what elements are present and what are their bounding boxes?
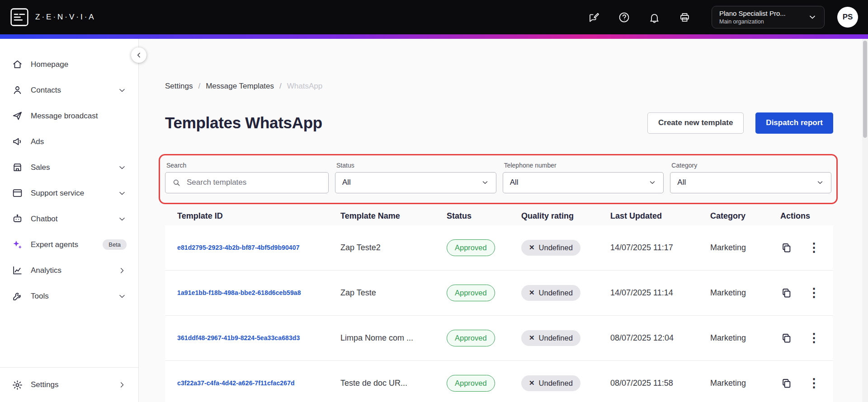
quality-badge: ✕ Undefined xyxy=(521,285,580,301)
status-select[interactable]: All xyxy=(335,172,496,193)
telephone-filter: Telephone number All xyxy=(503,162,664,193)
sidebar-item-tools[interactable]: Tools xyxy=(0,283,138,309)
sidebar-item-support-service[interactable]: Support service xyxy=(0,180,138,206)
sidebar-item-message-broadcast[interactable]: Message broadcast xyxy=(0,103,138,129)
sidebar-collapse-button[interactable] xyxy=(131,47,146,63)
kebab-menu-icon[interactable]: ⋮ xyxy=(806,332,822,344)
sidebar-item-homepage[interactable]: Homepage xyxy=(0,51,138,77)
category-select-value: All xyxy=(677,178,686,187)
status-badge: Approved xyxy=(447,239,495,256)
avatar[interactable]: PS xyxy=(837,7,858,28)
line-chart-icon xyxy=(12,265,23,276)
header-template-name: Template Name xyxy=(340,211,447,221)
sidebar-item-ads[interactable]: Ads xyxy=(0,129,138,154)
sidebar: Homepage Contacts Message broadcast Ads … xyxy=(0,39,139,402)
sidebar-item-label: Message broadcast xyxy=(31,112,98,121)
category-value: Marketing xyxy=(710,243,746,252)
chevron-down-icon xyxy=(816,178,824,187)
copy-icon[interactable] xyxy=(780,332,793,344)
brand-gradient-strip xyxy=(0,34,868,39)
table-row: 361ddf48-2967-41b9-8224-5ea33ca683d3 Lim… xyxy=(165,316,833,361)
scrollbar-thumb[interactable] xyxy=(863,41,867,138)
sidebar-item-label: Homepage xyxy=(31,60,68,69)
template-name: Zap Teste2 xyxy=(340,243,381,252)
create-new-template-button[interactable]: Create new template xyxy=(647,112,744,134)
telephone-select[interactable]: All xyxy=(503,172,664,193)
kebab-menu-icon[interactable]: ⋮ xyxy=(806,242,822,254)
category-select[interactable]: All xyxy=(670,172,831,193)
template-id-link[interactable]: e81d2795-2923-4b2b-bf87-4bf5d9b90407 xyxy=(177,244,300,251)
category-filter: Category All xyxy=(670,162,831,193)
search-label: Search xyxy=(166,162,329,169)
printer-icon[interactable] xyxy=(679,11,691,23)
robot-icon xyxy=(12,213,23,224)
status-badge: Approved xyxy=(447,330,495,346)
status-label: Status xyxy=(336,162,496,169)
chevron-down-icon xyxy=(118,189,127,198)
header-actions: Actions xyxy=(777,211,833,221)
avatar-initials: PS xyxy=(843,13,853,22)
status-select-value: All xyxy=(342,178,351,187)
help-icon[interactable] xyxy=(618,11,630,23)
chevron-down-icon xyxy=(481,178,489,187)
dispatch-report-button[interactable]: Dispatch report xyxy=(755,112,833,134)
sidebar-item-analytics[interactable]: Analytics xyxy=(0,257,138,283)
sidebar-footer: Settings xyxy=(0,367,138,402)
template-id-link[interactable]: 361ddf48-2967-41b9-8224-5ea33ca683d3 xyxy=(177,334,300,341)
chevron-right-icon xyxy=(118,380,127,389)
organization-selector[interactable]: Plano Specialist Pro... Main organizatio… xyxy=(712,6,825,28)
topbar: Z·E·N·V·I·A Plano Specialist Pro... Main… xyxy=(0,0,868,34)
sidebar-item-chatbot[interactable]: Chatbot xyxy=(0,206,138,232)
quality-badge-label: Undefined xyxy=(539,243,573,252)
quality-badge-label: Undefined xyxy=(539,289,573,297)
template-id-link[interactable]: c3f22a37-c4fa-4d42-a626-7f11cfac267d xyxy=(177,379,295,387)
breadcrumb-settings[interactable]: Settings xyxy=(165,82,193,91)
copy-icon[interactable] xyxy=(780,287,793,299)
notifications-bell-icon[interactable] xyxy=(648,11,660,23)
chevron-down-icon xyxy=(118,163,127,172)
breadcrumb: Settings / Message Templates / WhatsApp xyxy=(165,82,833,91)
organization-subtitle: Main organization xyxy=(719,19,786,25)
brand-text: Z·E·N·V·I·A xyxy=(35,13,96,22)
last-updated: 08/07/2025 12:04 xyxy=(610,333,674,342)
close-icon: ✕ xyxy=(529,289,535,297)
zenvia-logo[interactable]: Z·E·N·V·I·A xyxy=(10,8,96,27)
sidebar-item-contacts[interactable]: Contacts xyxy=(0,77,138,103)
copy-icon[interactable] xyxy=(780,377,793,389)
search-input[interactable] xyxy=(186,178,321,187)
quality-badge: ✕ Undefined xyxy=(521,240,580,256)
main-content: Settings / Message Templates / WhatsApp … xyxy=(139,39,868,402)
storefront-icon xyxy=(12,162,23,173)
sidebar-item-sales[interactable]: Sales xyxy=(0,154,138,180)
sparkles-icon xyxy=(12,239,23,250)
chevron-down-icon xyxy=(118,215,127,224)
status-badge: Approved xyxy=(447,285,495,301)
copy-icon[interactable] xyxy=(780,242,793,254)
sidebar-item-label: Analytics xyxy=(31,266,61,275)
sidebar-item-settings[interactable]: Settings xyxy=(0,368,138,402)
chevron-down-icon xyxy=(118,86,127,95)
page-actions: Create new template Dispatch report xyxy=(647,112,833,134)
sidebar-item-label: Settings xyxy=(31,380,58,389)
gear-icon xyxy=(12,379,23,391)
conversations-icon[interactable] xyxy=(588,11,600,23)
page-header: Templates WhatsApp Create new template D… xyxy=(165,103,833,143)
template-id-link[interactable]: 1a91e1bb-f18b-498a-bbe2-618d6ceb59a8 xyxy=(177,289,301,296)
kebab-menu-icon[interactable]: ⋮ xyxy=(806,377,822,389)
close-icon: ✕ xyxy=(529,334,535,342)
chevron-right-icon xyxy=(118,266,127,275)
breadcrumb-message-templates[interactable]: Message Templates xyxy=(206,82,274,91)
quality-badge: ✕ Undefined xyxy=(521,330,580,346)
wrench-icon xyxy=(12,290,23,302)
send-icon xyxy=(12,110,23,122)
sidebar-item-expert-agents[interactable]: Expert agents Beta xyxy=(0,232,138,257)
chevron-down-icon xyxy=(118,292,127,301)
header-template-id: Template ID xyxy=(165,211,340,221)
kebab-menu-icon[interactable]: ⋮ xyxy=(806,287,822,299)
telephone-select-value: All xyxy=(510,178,519,187)
header-status: Status xyxy=(447,211,521,221)
sidebar-item-label: Tools xyxy=(31,292,49,301)
table-row: c3f22a37-c4fa-4d42-a626-7f11cfac267d Tes… xyxy=(165,361,833,402)
close-icon: ✕ xyxy=(529,243,535,252)
breadcrumb-separator: / xyxy=(198,82,200,91)
